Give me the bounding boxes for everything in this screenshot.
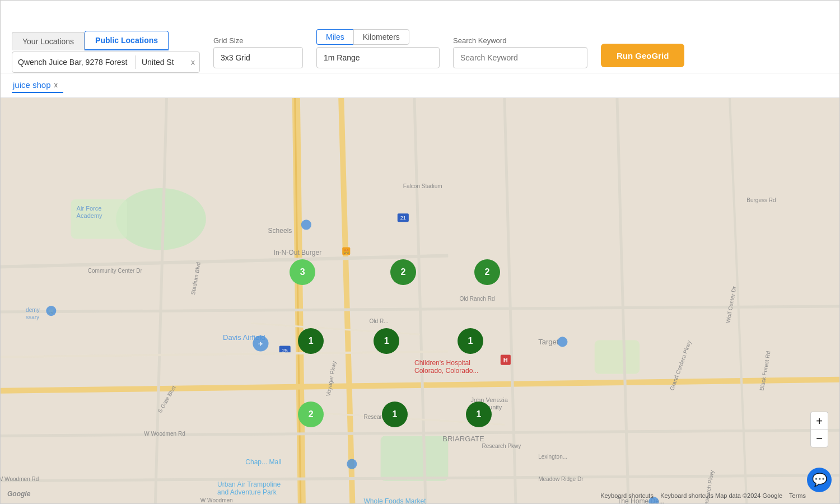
keyword-tag: juice shop x xyxy=(12,78,63,93)
google-logo: Google xyxy=(7,490,30,498)
svg-text:25: 25 xyxy=(282,348,288,353)
svg-rect-4 xyxy=(595,340,640,374)
chat-icon: 💬 xyxy=(812,473,827,487)
chat-button[interactable]: 💬 xyxy=(807,468,832,492)
location-input-row: x xyxy=(12,52,200,73)
terms-link[interactable]: Terms xyxy=(789,492,806,499)
svg-text:Old Ranch Rd: Old Ranch Rd xyxy=(459,296,494,302)
marker-4-value: 1 xyxy=(309,336,314,346)
svg-point-57 xyxy=(301,220,311,230)
svg-text:Falcon Stadium: Falcon Stadium xyxy=(403,183,442,189)
location-address-input[interactable] xyxy=(12,54,136,70)
grid-size-label: Grid Size xyxy=(213,36,303,45)
marker-3[interactable]: 2 xyxy=(474,259,500,285)
svg-text:Meadow Ridge Dr: Meadow Ridge Dr xyxy=(538,476,584,482)
marker-8[interactable]: 1 xyxy=(382,402,408,427)
app-container: Your Locations Public Locations x Grid S… xyxy=(0,0,840,504)
marker-7[interactable]: 2 xyxy=(298,402,324,427)
svg-text:Colorado, Colorado...: Colorado, Colorado... xyxy=(414,367,479,375)
keyboard-shortcuts[interactable]: Keyboard shortcuts xyxy=(600,492,654,499)
svg-text:ssary: ssary xyxy=(26,314,39,320)
keyword-tag-bar: juice shop x xyxy=(1,73,839,98)
map-data-text: Keyboard shortcuts Map data ©2024 Google xyxy=(660,492,782,499)
marker-6-value: 1 xyxy=(468,336,473,346)
svg-text:W Woodmen Rd: W Woodmen Rd xyxy=(144,431,185,437)
marker-2-value: 2 xyxy=(401,267,406,277)
svg-text:Research Pkwy: Research Pkwy xyxy=(482,443,521,449)
svg-text:Burgess Rd: Burgess Rd xyxy=(746,197,776,203)
svg-text:BRIARGATE: BRIARGATE xyxy=(442,435,484,443)
keyword-label: Search Keyword xyxy=(453,36,587,45)
keyword-tag-close[interactable]: x xyxy=(54,81,58,89)
map-copyright: Keyboard shortcuts Keyboard shortcuts Ma… xyxy=(600,492,806,499)
svg-text:Whole Foods Market: Whole Foods Market xyxy=(363,497,426,503)
grid-size-input[interactable] xyxy=(213,47,303,68)
svg-text:Scheels: Scheels xyxy=(268,227,292,235)
miles-tab[interactable]: Miles xyxy=(316,29,353,45)
location-clear-button[interactable]: x xyxy=(186,55,199,69)
svg-rect-3 xyxy=(381,436,449,480)
svg-text:and Adventure Park: and Adventure Park xyxy=(217,488,277,496)
svg-text:21: 21 xyxy=(400,215,406,221)
marker-8-value: 1 xyxy=(393,409,398,419)
svg-text:Old R...: Old R... xyxy=(370,318,389,324)
svg-text:In-N-Out Burger: In-N-Out Burger xyxy=(274,249,322,256)
kilometers-tab[interactable]: Kilometers xyxy=(353,29,409,45)
svg-point-60 xyxy=(347,459,357,469)
svg-text:Urban Air Trampoline: Urban Air Trampoline xyxy=(217,480,281,488)
map-container: 25 21 Air Force Academy demy ssary Commu… xyxy=(1,98,839,503)
svg-point-56 xyxy=(557,337,567,347)
svg-text:Academy: Academy xyxy=(77,212,103,219)
top-bar-fields: Grid Size Miles Kilometers Search Keywor… xyxy=(213,29,828,73)
svg-text:Chap... Mall: Chap... Mall xyxy=(245,458,281,466)
svg-text:🛒: 🛒 xyxy=(48,308,55,315)
svg-text:H: H xyxy=(503,357,508,363)
svg-text:Community Center Dr: Community Center Dr xyxy=(88,268,143,274)
keyword-tag-text: juice shop xyxy=(13,80,51,90)
range-group: Miles Kilometers xyxy=(316,29,440,68)
range-input[interactable] xyxy=(316,47,440,68)
unit-tabs: Miles Kilometers xyxy=(316,29,440,45)
map-svg: 25 21 Air Force Academy demy ssary Commu… xyxy=(1,98,839,503)
zoom-out-button[interactable]: − xyxy=(810,430,828,447)
svg-text:Lexington...: Lexington... xyxy=(538,454,567,460)
svg-text:W Woodmen: W Woodmen xyxy=(200,497,233,503)
marker-7-value: 2 xyxy=(309,409,314,419)
marker-9-value: 1 xyxy=(476,409,481,419)
tab-public-locations[interactable]: Public Locations xyxy=(85,31,169,50)
svg-point-1 xyxy=(116,188,206,250)
svg-text:demy: demy xyxy=(26,307,40,313)
zoom-controls: + − xyxy=(810,412,828,447)
top-bar: Your Locations Public Locations x Grid S… xyxy=(1,1,839,73)
marker-5-value: 1 xyxy=(384,336,389,346)
location-tabs: Your Locations Public Locations xyxy=(12,31,200,50)
keyword-group: Search Keyword xyxy=(453,36,587,68)
marker-1[interactable]: 3 xyxy=(290,259,315,285)
svg-text:🍔: 🍔 xyxy=(343,249,350,255)
svg-text:Air Force: Air Force xyxy=(77,205,102,212)
marker-6[interactable]: 1 xyxy=(458,328,483,354)
marker-1-value: 3 xyxy=(300,267,305,277)
marker-3-value: 2 xyxy=(484,267,489,277)
location-section: Your Locations Public Locations x xyxy=(12,31,200,73)
marker-9[interactable]: 1 xyxy=(466,402,492,427)
svg-text:W Woodmen Rd: W Woodmen Rd xyxy=(1,476,39,482)
marker-5[interactable]: 1 xyxy=(374,328,399,354)
marker-4[interactable]: 1 xyxy=(298,328,324,354)
svg-text:Target: Target xyxy=(538,338,559,346)
keyword-input[interactable] xyxy=(453,47,587,68)
run-geogrid-button[interactable]: Run GeoGrid xyxy=(601,44,684,67)
tab-your-locations[interactable]: Your Locations xyxy=(12,32,85,50)
marker-2[interactable]: 2 xyxy=(390,259,416,285)
location-country-input[interactable] xyxy=(136,54,186,70)
svg-text:✈: ✈ xyxy=(258,340,263,347)
svg-text:Children's Hospital: Children's Hospital xyxy=(414,359,470,367)
zoom-in-button[interactable]: + xyxy=(810,412,828,430)
grid-size-group: Grid Size xyxy=(213,36,303,68)
